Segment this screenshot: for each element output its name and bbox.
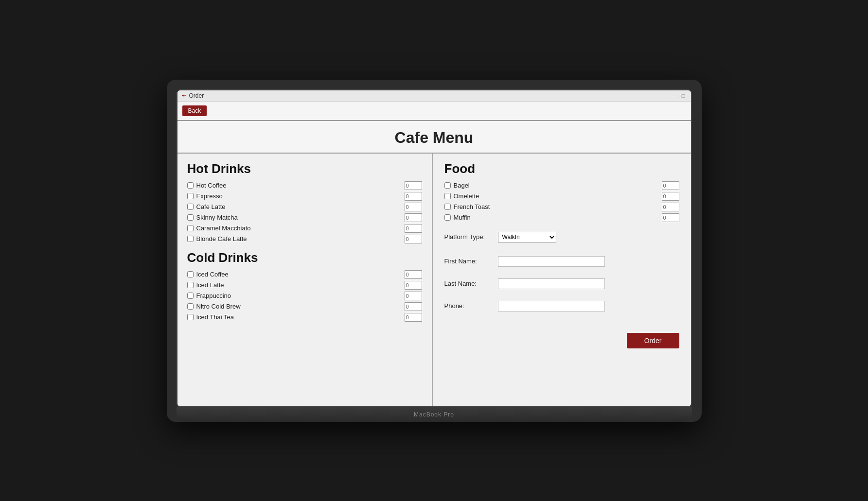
food-qty-3[interactable] [662, 213, 679, 222]
food-label-1: Omelette [454, 192, 659, 200]
food-title: Food [444, 161, 679, 176]
minimize-button[interactable]: ─ [669, 93, 677, 99]
food-checkbox-3[interactable] [444, 214, 451, 221]
hot-drink-label-0: Hot Coffee [196, 182, 402, 189]
cold-drink-item: Nitro Cold Brew [187, 302, 422, 311]
cold-drink-label-0: Iced Coffee [196, 271, 402, 278]
hot-drink-checkbox-2[interactable] [187, 204, 194, 210]
cold-drink-label-4: Iced Thai Tea [196, 313, 402, 321]
first-name-label: First Name: [444, 258, 493, 265]
hot-drink-item: Hot Coffee [187, 181, 422, 190]
cold-drink-checkbox-4[interactable] [187, 314, 194, 320]
page-title: Cafe Menu [177, 121, 691, 154]
platform-select[interactable]: WalkInDineInTakeoutDelivery [498, 232, 556, 242]
platform-label: Platform Type: [444, 233, 493, 241]
hot-drink-item: Caramel Macchiato [187, 224, 422, 233]
right-panel: Food Bagel Omelette French Toast Muffin … [433, 154, 691, 406]
food-item: Muffin [444, 213, 679, 222]
cold-drink-checkbox-3[interactable] [187, 303, 194, 310]
toolbar: Back [177, 102, 691, 121]
app-window: ✒ Order ─ □ Back Cafe Menu Hot Drinks [177, 90, 691, 406]
hot-drink-checkbox-4[interactable] [187, 225, 194, 231]
app-icon: ✒ [181, 92, 186, 99]
food-item: French Toast [444, 203, 679, 211]
food-checkbox-0[interactable] [444, 182, 451, 189]
hot-drinks-title: Hot Drinks [187, 161, 422, 176]
cold-drink-qty-3[interactable] [405, 302, 422, 311]
last-name-input[interactable] [498, 278, 605, 289]
food-items-list: Bagel Omelette French Toast Muffin [444, 181, 679, 222]
cold-drink-checkbox-2[interactable] [187, 293, 194, 299]
hot-drink-qty-1[interactable] [405, 192, 422, 201]
phone-input[interactable] [498, 301, 605, 311]
food-label-2: French Toast [454, 203, 659, 210]
food-item: Omelette [444, 192, 679, 201]
hot-drink-label-5: Blonde Cafe Latte [196, 235, 402, 242]
back-button[interactable]: Back [182, 105, 207, 116]
hot-drink-item: Cafe Latte [187, 203, 422, 211]
hot-drink-item: Blonde Cafe Latte [187, 235, 422, 243]
cold-drink-label-1: Iced Latte [196, 281, 402, 289]
food-checkbox-2[interactable] [444, 204, 451, 210]
macbook-screen: ✒ Order ─ □ Back Cafe Menu Hot Drinks [177, 89, 692, 407]
left-panel: Hot Drinks Hot Coffee Expresso Cafe Latt… [177, 154, 433, 406]
hot-drink-label-2: Cafe Latte [196, 203, 402, 210]
hot-drink-item: Expresso [187, 192, 422, 201]
cold-drink-item: Iced Thai Tea [187, 313, 422, 322]
hot-drink-checkbox-0[interactable] [187, 182, 194, 189]
cold-drink-item: Iced Latte [187, 281, 422, 290]
cold-drinks-title: Cold Drinks [187, 250, 422, 265]
hot-drink-qty-4[interactable] [405, 224, 422, 233]
first-name-row: First Name: [444, 256, 679, 267]
hot-drink-qty-0[interactable] [405, 181, 422, 190]
platform-row: Platform Type: WalkInDineInTakeoutDelive… [444, 232, 679, 242]
cold-drink-checkbox-1[interactable] [187, 282, 194, 288]
hot-drink-label-3: Skinny Matcha [196, 214, 402, 221]
food-qty-0[interactable] [662, 181, 679, 190]
hot-drink-item: Skinny Matcha [187, 213, 422, 222]
cold-drink-qty-1[interactable] [405, 281, 422, 290]
phone-label: Phone: [444, 302, 493, 310]
hot-drink-label-1: Expresso [196, 192, 402, 200]
window-controls: ─ □ [669, 93, 687, 99]
window-title: Order [189, 92, 204, 99]
hot-drink-checkbox-1[interactable] [187, 193, 194, 199]
macbook-label: MacBook Pro [414, 411, 454, 418]
hot-drink-qty-5[interactable] [405, 235, 422, 243]
last-name-row: Last Name: [444, 278, 679, 289]
food-checkbox-1[interactable] [444, 193, 451, 199]
hot-drink-label-4: Caramel Macchiato [196, 225, 402, 232]
last-name-label: Last Name: [444, 280, 493, 287]
cold-drink-item: Iced Coffee [187, 270, 422, 279]
main-content: Hot Drinks Hot Coffee Expresso Cafe Latt… [177, 154, 691, 406]
order-button[interactable]: Order [627, 333, 679, 348]
cold-drink-qty-4[interactable] [405, 313, 422, 322]
food-qty-1[interactable] [662, 192, 679, 201]
food-item: Bagel [444, 181, 679, 190]
title-bar-left: ✒ Order [181, 92, 204, 99]
cold-drink-label-3: Nitro Cold Brew [196, 303, 402, 310]
maximize-button[interactable]: □ [680, 93, 687, 99]
hot-drink-checkbox-5[interactable] [187, 236, 194, 242]
order-form: Platform Type: WalkInDineInTakeoutDelive… [444, 232, 679, 311]
macbook-frame: ✒ Order ─ □ Back Cafe Menu Hot Drinks [167, 80, 702, 422]
title-bar: ✒ Order ─ □ [177, 90, 691, 102]
macbook-bottom: MacBook Pro [177, 407, 692, 422]
first-name-input[interactable] [498, 256, 605, 267]
hot-drink-checkbox-3[interactable] [187, 214, 194, 221]
hot-drinks-list: Hot Coffee Expresso Cafe Latte Skinny Ma… [187, 181, 422, 243]
cold-drink-checkbox-0[interactable] [187, 271, 194, 277]
cold-drink-qty-0[interactable] [405, 270, 422, 279]
cold-drink-label-2: Frappuccino [196, 292, 402, 299]
food-label-0: Bagel [454, 182, 659, 189]
cold-drink-qty-2[interactable] [405, 292, 422, 300]
phone-row: Phone: [444, 301, 679, 311]
food-label-3: Muffin [454, 214, 659, 221]
cold-drinks-list: Iced Coffee Iced Latte Frappuccino Nitro… [187, 270, 422, 322]
hot-drink-qty-2[interactable] [405, 203, 422, 211]
cold-drink-item: Frappuccino [187, 292, 422, 300]
food-qty-2[interactable] [662, 203, 679, 211]
hot-drink-qty-3[interactable] [405, 213, 422, 222]
